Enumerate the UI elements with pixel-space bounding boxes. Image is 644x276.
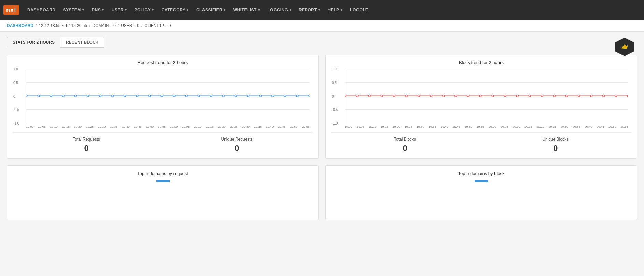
svg-point-48	[615, 95, 617, 97]
svg-point-32	[418, 95, 420, 97]
y-label: -0.5	[13, 108, 19, 112]
total-requests-label: Total Requests	[73, 137, 100, 142]
svg-point-17	[222, 95, 224, 97]
unique-requests-value: 0	[221, 144, 253, 153]
y-label: 1.0	[332, 67, 337, 71]
svg-point-40	[516, 95, 518, 97]
svg-point-13	[173, 95, 175, 97]
bird-icon	[619, 42, 630, 52]
breadcrumb-sep4: /	[141, 23, 142, 28]
svg-point-33	[430, 95, 432, 97]
top-domains-request-title: Top 5 domains by request	[12, 171, 313, 176]
block-line-svg	[345, 69, 628, 123]
svg-point-18	[235, 95, 237, 97]
nav-help[interactable]: HELP ▾	[325, 5, 346, 14]
svg-point-38	[492, 95, 494, 97]
breadcrumb-sep: /	[36, 23, 37, 28]
block-chart-x-labels: 19:0019:0519:1019:1519:2019:2519:3019:35…	[345, 125, 628, 128]
top-domains-block-bar	[475, 180, 488, 182]
svg-point-8	[112, 95, 114, 97]
tab-recent-block[interactable]: RECENT BLOCK	[60, 37, 104, 48]
breadcrumb-dashboard-link[interactable]: DASHBOARD	[7, 23, 33, 28]
svg-point-34	[443, 95, 445, 97]
svg-point-6	[87, 95, 89, 97]
total-blocks-stat: Total Blocks 0	[394, 137, 416, 153]
svg-point-19	[247, 95, 249, 97]
svg-point-46	[590, 95, 592, 97]
svg-point-4	[62, 95, 64, 97]
svg-point-36	[467, 95, 469, 97]
top-domains-block-card: Top 5 domains by block	[325, 165, 637, 220]
nav-report[interactable]: REPORT ▾	[296, 5, 323, 14]
total-requests-value: 0	[73, 144, 100, 153]
unique-blocks-value: 0	[542, 144, 569, 153]
unique-blocks-stat: Unique Blocks 0	[542, 137, 569, 153]
svg-point-24	[309, 95, 310, 97]
nav-category[interactable]: CATEGORY ▾	[159, 5, 192, 14]
request-chart-title: Request trend for 2 hours	[12, 60, 313, 65]
svg-point-9	[124, 95, 126, 97]
navbar: nxf DASHBOARD SYSTEM ▾ DNS ▾ USER ▾ POLI…	[0, 0, 644, 20]
svg-point-26	[345, 95, 346, 97]
svg-point-41	[529, 95, 531, 97]
svg-point-42	[541, 95, 543, 97]
tab-stats[interactable]: STATS FOR 2 HOURS	[7, 37, 60, 48]
svg-point-45	[578, 95, 580, 97]
tabs-bar: STATS FOR 2 HOURS RECENT BLOCK	[0, 32, 644, 48]
chevron-down-icon: ▾	[102, 8, 104, 12]
svg-point-37	[479, 95, 481, 97]
svg-point-2	[38, 95, 40, 97]
request-chart-area: 1.0 0.5 0 -0.5 -1.0	[26, 69, 310, 123]
nav-policy[interactable]: POLICY ▾	[132, 5, 157, 14]
chevron-down-icon: ▾	[82, 8, 84, 12]
svg-point-15	[198, 95, 200, 97]
nav-logging[interactable]: LOGGING ▾	[265, 5, 294, 14]
unique-requests-stat: Unique Requests 0	[221, 137, 253, 153]
svg-point-47	[603, 95, 605, 97]
nav-dashboard[interactable]: DASHBOARD	[25, 5, 58, 14]
svg-point-49	[627, 95, 628, 97]
svg-point-27	[356, 95, 358, 97]
block-chart-title: Block trend for 2 hours	[331, 60, 632, 65]
svg-point-22	[284, 95, 286, 97]
nav-user[interactable]: USER ▾	[109, 5, 130, 14]
block-chart-card: Block trend for 2 hours 1.0 0.5 0 -0.5	[325, 55, 637, 159]
top-domains-request-bar	[156, 180, 170, 182]
breadcrumb-sep3: /	[118, 23, 119, 28]
svg-point-43	[553, 95, 555, 97]
breadcrumb-client-ip: CLIENT IP = 0	[144, 23, 171, 28]
total-requests-stat: Total Requests 0	[73, 137, 100, 153]
nav-whitelist[interactable]: WHITELIST ▾	[230, 5, 263, 14]
y-label: -0.5	[332, 108, 338, 112]
y-label: 0	[13, 94, 15, 98]
chevron-down-icon: ▾	[258, 8, 260, 12]
y-label: 0.5	[332, 81, 337, 84]
nav-classifier[interactable]: CLASSIFIER ▾	[194, 5, 228, 14]
charts-row-1: Request trend for 2 hours 1.0 0.5 0 -0.5	[7, 55, 637, 159]
unique-requests-label: Unique Requests	[221, 137, 253, 142]
svg-point-31	[405, 95, 407, 97]
svg-point-1	[26, 95, 27, 97]
svg-point-23	[296, 95, 298, 97]
y-label: -1.0	[13, 121, 19, 125]
svg-point-10	[136, 95, 138, 97]
svg-point-44	[566, 95, 568, 97]
svg-point-20	[260, 95, 262, 97]
svg-point-21	[272, 95, 274, 97]
main-content: Request trend for 2 hours 1.0 0.5 0 -0.5	[0, 48, 644, 227]
svg-point-3	[50, 95, 52, 97]
nav-dns[interactable]: DNS ▾	[89, 5, 107, 14]
grid-line: -1.0	[345, 123, 628, 123]
chevron-down-icon: ▾	[290, 8, 292, 12]
block-stats-row: Total Blocks 0 Unique Blocks 0	[331, 132, 632, 153]
y-label: 1.0	[13, 67, 18, 71]
top-domains-block-title: Top 5 domains by block	[331, 171, 632, 176]
chevron-down-icon: ▾	[224, 8, 226, 12]
nav-logout[interactable]: LOGOUT	[347, 5, 371, 14]
nav-system[interactable]: SYSTEM ▾	[60, 5, 87, 14]
svg-point-14	[185, 95, 187, 97]
svg-point-12	[161, 95, 163, 97]
logo[interactable]: nxf	[3, 5, 19, 15]
breadcrumb: DASHBOARD / 12-12 18:55 ~ 12-12 20:55 / …	[0, 20, 644, 32]
y-label: 0.5	[13, 81, 18, 84]
